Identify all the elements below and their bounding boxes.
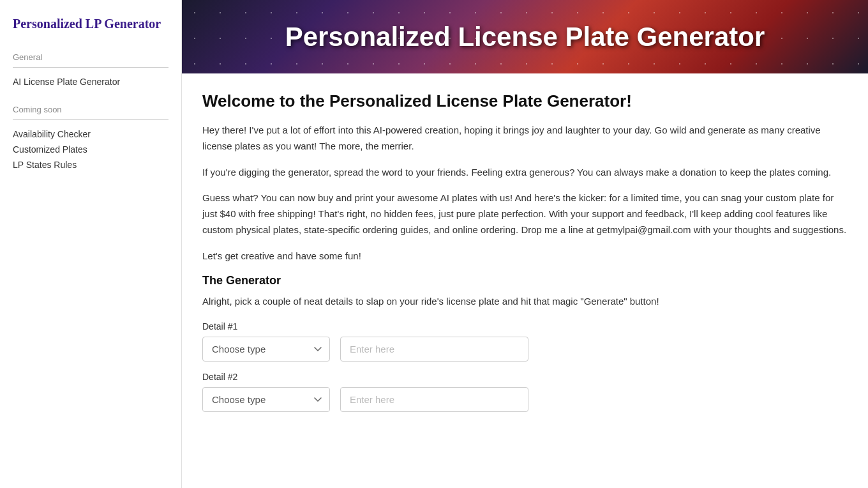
detail2-input[interactable] bbox=[340, 387, 528, 412]
intro-paragraph-4: Let's get creative and have some fun! bbox=[202, 248, 848, 264]
sidebar-section-general: General bbox=[13, 52, 168, 62]
sidebar-item-availability-checker[interactable]: Availability Checker bbox=[13, 126, 168, 142]
generator-subtext: Alright, pick a couple of neat details t… bbox=[202, 294, 848, 310]
sidebar-item-customized-plates[interactable]: Customized Plates bbox=[13, 142, 168, 157]
sidebar-link-ai-generator[interactable]: AI License Plate Generator bbox=[13, 74, 168, 89]
detail2-label: Detail #2 bbox=[202, 372, 848, 382]
detail2-row: Choose type bbox=[202, 387, 848, 412]
hero-banner: Personalized License Plate Generator bbox=[182, 0, 868, 73]
intro-paragraph-2: If you're digging the generator, spread … bbox=[202, 165, 848, 181]
detail1-label: Detail #1 bbox=[202, 321, 848, 332]
content-area: Welcome to the Personalized License Plat… bbox=[182, 73, 868, 432]
main-content: Personalized License Plate Generator Wel… bbox=[182, 0, 868, 488]
detail1-type-select[interactable]: Choose type bbox=[202, 337, 330, 362]
hero-title: Personalized License Plate Generator bbox=[285, 22, 765, 52]
sidebar-divider-coming-soon bbox=[13, 119, 168, 120]
welcome-title: Welcome to the Personalized License Plat… bbox=[202, 91, 848, 111]
sidebar-section-coming-soon: Coming soon bbox=[13, 105, 168, 114]
detail1-input[interactable] bbox=[340, 337, 528, 362]
sidebar-logo[interactable]: Personalized LP Generator bbox=[13, 15, 168, 32]
detail1-row: Choose type bbox=[202, 337, 848, 362]
sidebar-item-lp-states-rules[interactable]: LP States Rules bbox=[13, 157, 168, 172]
generator-heading: The Generator bbox=[202, 274, 848, 287]
intro-paragraph-1: Hey there! I've put a lot of effort into… bbox=[202, 123, 848, 155]
sidebar-divider-general bbox=[13, 67, 168, 68]
intro-paragraph-3: Guess what? You can now buy and print yo… bbox=[202, 190, 848, 238]
detail2-type-select[interactable]: Choose type bbox=[202, 387, 330, 412]
sidebar: Personalized LP Generator General AI Lic… bbox=[0, 0, 182, 488]
